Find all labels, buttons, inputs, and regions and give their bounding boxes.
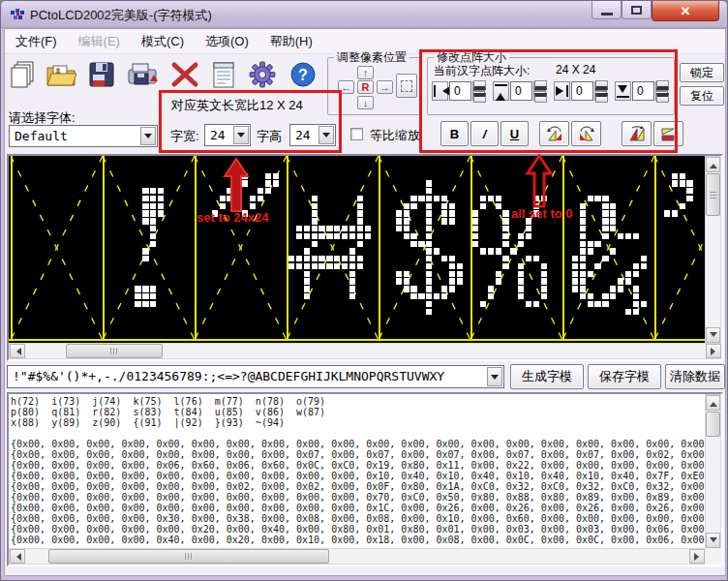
lock-button[interactable]: 锁定	[680, 63, 724, 82]
move-down-button[interactable]: ↓	[357, 96, 374, 109]
glyph-pixel	[265, 180, 271, 186]
glyph-pixel	[349, 293, 355, 299]
reset-position-button[interactable]: R	[357, 80, 374, 94]
glyph-preview-canvas[interactable]	[9, 156, 705, 343]
glyph-pixel	[633, 301, 639, 307]
new-file-button[interactable]	[7, 57, 42, 92]
reset-button[interactable]: 复位	[680, 86, 724, 106]
preview-horizontal-scrollbar[interactable]	[9, 343, 721, 359]
glyph-pixel	[349, 263, 355, 269]
glyph-pixel	[502, 263, 508, 269]
glyph-pixel	[296, 226, 302, 231]
scroll-down-button[interactable]	[706, 533, 720, 548]
glyph-pixel	[496, 203, 501, 209]
glyph-pixel	[618, 286, 623, 291]
annotation-text-2: all set to 0	[511, 206, 573, 221]
window-title: PCtoLCD2002完美版-(字符模式)	[30, 7, 212, 24]
preview-vertical-scrollbar[interactable]	[705, 156, 721, 343]
open-file-button[interactable]	[44, 57, 78, 92]
glyph-pixel	[426, 241, 432, 247]
menu-mode[interactable]: 模式(C)	[131, 30, 195, 53]
glyph-pixel	[296, 256, 302, 261]
glyph-pixel	[441, 286, 447, 291]
menu-help[interactable]: 帮助(H)	[259, 30, 323, 53]
glyph-pixel	[449, 271, 455, 277]
glyph-pixel	[518, 286, 524, 291]
glyph-pixel	[594, 263, 600, 269]
glyph-pixel	[686, 196, 692, 201]
menu-options[interactable]: 选项(O)	[195, 30, 259, 53]
delete-x-icon	[170, 61, 199, 88]
menu-edit[interactable]: 编辑(E)	[68, 30, 131, 53]
close-button[interactable]: ✕	[652, 1, 719, 21]
preview-panel	[7, 154, 723, 361]
clear-data-button[interactable]: 清除数据	[665, 364, 725, 389]
glyph-pixel	[633, 309, 639, 315]
scroll-down-button[interactable]	[706, 327, 720, 343]
move-right-button[interactable]: →	[377, 80, 393, 94]
maximize-button[interactable]	[622, 1, 652, 19]
scroll-right-button[interactable]	[689, 549, 705, 564]
glyph-pixel	[349, 278, 355, 284]
glyph-pixel	[334, 233, 340, 239]
scroll-left-button[interactable]	[10, 344, 25, 358]
font-dropdown-button[interactable]	[140, 127, 156, 145]
dashed-square-icon	[401, 80, 412, 92]
glyph-pixel	[580, 293, 586, 299]
save-floppy-icon	[88, 61, 115, 88]
glyph-pixel	[142, 218, 148, 224]
font-combobox-value: Default	[15, 126, 139, 146]
save-button[interactable]	[84, 57, 119, 92]
output-vscroll-thumb[interactable]	[706, 412, 720, 437]
glyph-pixel	[404, 233, 410, 239]
charset-dropdown-button[interactable]	[487, 367, 502, 386]
save-export-button[interactable]	[125, 57, 160, 92]
glyph-pixel	[426, 203, 432, 209]
glyph-pixel	[633, 271, 639, 277]
glyph-pixel	[326, 233, 332, 239]
glyph-pixel	[418, 241, 424, 247]
preview-vscroll-thumb[interactable]	[706, 173, 720, 216]
glyph-pixel	[680, 173, 685, 179]
font-data-output[interactable]: h(72) i(73) j(74) k(75) l(76) m(77) n(78…	[11, 396, 705, 548]
report-button[interactable]	[206, 57, 241, 92]
glyph-pixel	[357, 203, 363, 209]
settings-button[interactable]	[245, 57, 280, 92]
glyph-pixel	[572, 263, 578, 269]
font-combobox[interactable]: Default	[9, 125, 158, 147]
output-vertical-scrollbar[interactable]	[705, 394, 721, 548]
scroll-up-button[interactable]	[706, 395, 720, 411]
preview-hscroll-thumb[interactable]	[66, 344, 163, 358]
glyph-pixel	[135, 301, 140, 307]
generate-font-button[interactable]: 生成字模	[510, 364, 584, 389]
glyph-pixel	[580, 203, 586, 209]
scroll-left-button[interactable]	[10, 549, 25, 564]
glyph-pixel	[418, 293, 424, 299]
center-glyph-button[interactable]	[396, 74, 417, 98]
help-button[interactable]: ?	[286, 57, 320, 92]
glyph-pixel	[618, 278, 623, 284]
output-horizontal-scrollbar[interactable]	[9, 548, 705, 565]
glyph-pixel	[449, 286, 455, 291]
proportional-scale-checkbox[interactable]	[350, 128, 363, 140]
minimize-button[interactable]	[592, 1, 622, 19]
glyph-pixel	[625, 278, 631, 284]
title-bar[interactable]: PCtoLCD2002完美版-(字符模式) ✕	[1, 1, 728, 28]
glyph-pixel	[594, 196, 600, 201]
glyph-pixel	[502, 210, 508, 216]
menu-file[interactable]: 文件(F)	[5, 30, 68, 53]
charset-combobox[interactable]: !"#$%&'()*+,-./0123456789:;<=>?@ABCDEFGH…	[7, 365, 504, 388]
scroll-right-button[interactable]	[706, 344, 721, 358]
glyph-pixel	[312, 196, 318, 201]
glyph-pixel	[488, 196, 494, 201]
delete-button[interactable]	[167, 57, 202, 92]
scroll-up-button[interactable]	[706, 157, 720, 172]
glyph-pixel	[449, 210, 455, 216]
save-font-button[interactable]: 保存字模	[588, 364, 661, 389]
glyph-pixel	[135, 286, 140, 291]
glyph-pixel	[472, 241, 478, 247]
move-up-button[interactable]: ↑	[357, 66, 374, 79]
glyph-pixel	[580, 210, 586, 216]
cell-diagonal-guides	[379, 156, 470, 340]
output-hscroll-thumb[interactable]	[48, 549, 329, 564]
